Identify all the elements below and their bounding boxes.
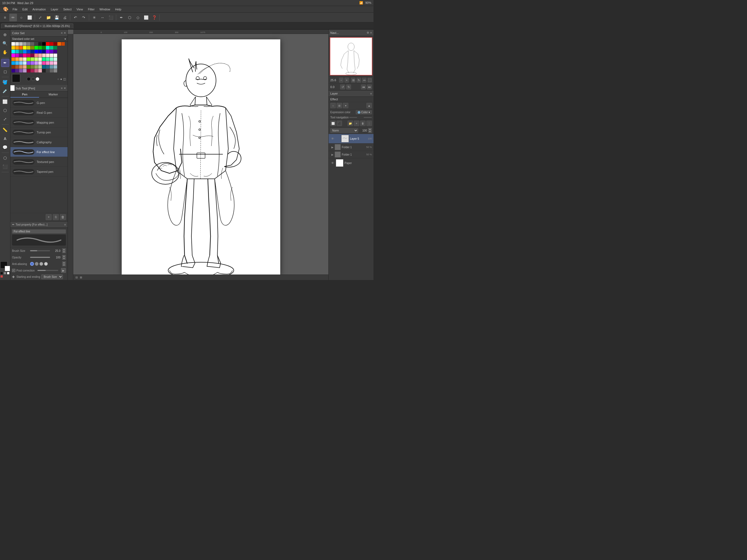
color-swatch[interactable] — [54, 65, 57, 69]
color-swatch[interactable] — [61, 42, 65, 46]
color-swatch[interactable] — [34, 65, 38, 69]
color-hist-2[interactable] — [31, 77, 35, 81]
color-swatch[interactable] — [31, 57, 34, 61]
color-swatch[interactable] — [34, 61, 38, 65]
color-swatch[interactable] — [19, 57, 23, 61]
toolbar-redo-btn[interactable]: ↷ — [80, 14, 87, 21]
tool-select[interactable]: ⬜ — [1, 98, 9, 106]
color-swatch[interactable] — [19, 50, 23, 53]
sub-tool-close-btn[interactable]: ✕ — [64, 87, 66, 90]
aa-dot-1[interactable] — [30, 262, 34, 266]
color-swatch[interactable] — [11, 65, 15, 69]
color-swatch[interactable] — [46, 42, 50, 46]
color-swatch[interactable] — [42, 54, 46, 57]
color-swatch[interactable] — [23, 54, 27, 57]
brush-size-slider[interactable] — [30, 250, 50, 251]
nav-mirror-btn[interactable]: ⇔ — [362, 78, 366, 82]
color-swatch[interactable] — [11, 46, 15, 50]
folder-1-expand-icon[interactable]: ▶ — [331, 146, 334, 149]
paper-row[interactable]: 👁 Paper — [329, 158, 374, 168]
color-swatch[interactable] — [15, 42, 19, 46]
color-swatch[interactable] — [27, 61, 30, 65]
menu-help[interactable]: Help — [113, 7, 124, 11]
nav-settings-btn[interactable]: ⚙ — [367, 31, 369, 34]
layer-opacity-down[interactable]: ▼ — [368, 130, 372, 133]
nav-next-btn[interactable]: ⏭ — [367, 84, 372, 90]
tool-pen[interactable]: ✒ — [1, 59, 9, 67]
aa-up[interactable]: ▲ — [62, 261, 66, 264]
color-swatch[interactable] — [23, 69, 27, 73]
color-swatch[interactable] — [27, 69, 30, 73]
layer-tool-1[interactable]: ⬜ — [330, 121, 336, 126]
color-swatch[interactable] — [38, 57, 42, 61]
color-swatch[interactable] — [15, 50, 19, 53]
color-swatch[interactable] — [50, 50, 53, 53]
color-swatch[interactable] — [46, 61, 50, 65]
color-swatch[interactable] — [27, 42, 30, 46]
color-swatch[interactable] — [19, 54, 23, 57]
nav-fit-btn[interactable]: ⊞ — [351, 78, 356, 82]
folder-row-2[interactable]: ▶ Folder 1 50 % — [329, 151, 374, 158]
menu-window[interactable]: Window — [97, 7, 112, 11]
color-hist-3[interactable] — [35, 77, 40, 81]
color-swatch[interactable] — [50, 42, 53, 46]
layer-row-5[interactable]: 👁 Layer 5 100 — [329, 134, 374, 144]
brush-delete-btn[interactable]: 🗑 — [60, 214, 66, 220]
tool-zoom[interactable]: 🔍 — [1, 40, 9, 48]
color-swatch[interactable] — [54, 42, 57, 46]
post-correction-slider[interactable] — [37, 270, 58, 271]
color-swatch[interactable] — [27, 65, 30, 69]
color-swatch[interactable] — [50, 69, 53, 73]
paper-eye[interactable]: 👁 — [330, 161, 335, 165]
brush-item-real-g-pen[interactable]: Real G-pen — [10, 108, 68, 118]
color-swatch[interactable] — [42, 69, 46, 73]
color-swatch[interactable] — [42, 50, 46, 53]
color-mode-btn-3[interactable]: ◫ — [63, 77, 66, 81]
color-swatch[interactable] — [15, 69, 19, 73]
color-swatch[interactable] — [15, 65, 19, 69]
color-swatch[interactable] — [23, 61, 27, 65]
brush-item-for-effect-line[interactable]: For effect line — [10, 147, 68, 157]
toolbar-save-btn[interactable]: 💾 — [53, 14, 60, 21]
toolbar-menu-btn[interactable]: ≡ — [1, 14, 9, 21]
color-swatch[interactable] — [23, 50, 27, 53]
effect-btn-2[interactable]: ⊞ — [337, 103, 342, 108]
color-swatch[interactable] — [15, 46, 19, 50]
toolbar-select2-btn[interactable]: ⬜ — [142, 14, 150, 21]
aa-dot-4[interactable] — [44, 262, 48, 266]
color-swatch[interactable] — [50, 61, 53, 65]
menu-animation[interactable]: Animation — [30, 7, 48, 11]
color-swatch[interactable] — [34, 50, 38, 53]
tool-fill[interactable]: 🪣 — [1, 78, 9, 86]
color-swatch[interactable] — [46, 65, 50, 69]
effect-btn-3[interactable]: ▾ — [343, 103, 349, 108]
tab-pen[interactable]: Pen — [10, 92, 39, 98]
blend-mode-select[interactable]: Norm — [330, 128, 358, 133]
toolbar-lasso-btn[interactable]: ⬡ — [126, 14, 133, 21]
post-correction-check-label[interactable]: ✓ Post correction — [12, 269, 35, 272]
tool-nav-slider-1[interactable] — [349, 117, 357, 118]
color-swatch[interactable] — [42, 46, 46, 50]
brush-item-g-pen[interactable]: G-pen — [10, 98, 68, 108]
color-swatch[interactable] — [19, 46, 23, 50]
color-swatch[interactable] — [27, 50, 30, 53]
toolbar-circle-btn[interactable]: ○ — [18, 14, 25, 21]
toolbar-rect-btn[interactable]: ⬜ — [26, 14, 33, 21]
color-swatch[interactable] — [11, 57, 15, 61]
color-swatch[interactable] — [34, 46, 38, 50]
brush-size-down[interactable]: ▼ — [62, 251, 66, 253]
quick-color-black[interactable] — [0, 272, 3, 275]
color-swatch[interactable] — [19, 69, 23, 73]
color-swatch[interactable] — [31, 69, 34, 73]
color-swatch[interactable] — [31, 65, 34, 69]
toolbar-crop-btn[interactable]: ⬛ — [107, 14, 114, 21]
layer-tool-delete[interactable]: 🗑 — [360, 121, 366, 126]
brush-item-turnip-pen[interactable]: Turnip pen — [10, 127, 68, 137]
color-swatch[interactable] — [27, 57, 30, 61]
tool-transform[interactable]: ⤢ — [1, 115, 9, 123]
color-swatch[interactable] — [57, 42, 61, 46]
toolbar-rotate-btn[interactable]: ✳ — [91, 14, 98, 21]
color-swatch[interactable] — [34, 69, 38, 73]
tool-figure[interactable]: ⬡ — [1, 154, 9, 162]
navigator-preview[interactable] — [330, 37, 372, 75]
